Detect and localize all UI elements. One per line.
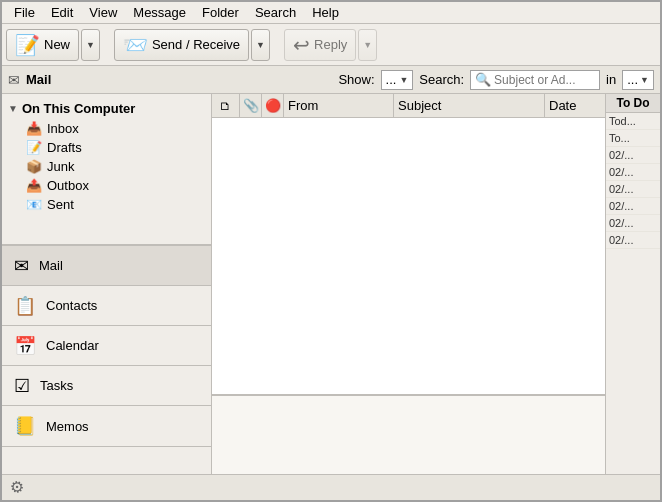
nav-calendar-label: Calendar <box>46 338 99 353</box>
email-table-header: 🗅 📎 🔴 From Subject <box>212 94 605 118</box>
main-window: File Edit View Message Folder Search Hel… <box>0 0 662 502</box>
reply-button[interactable]: ↩ Reply <box>284 29 356 61</box>
todo-item-7[interactable]: 02/... <box>606 232 660 249</box>
sidebar-bottom <box>2 446 211 474</box>
nav-contacts-label: Contacts <box>46 298 97 313</box>
mail-nav-icon: ✉ <box>14 255 29 277</box>
content-area: 🗅 📎 🔴 From Subject <box>212 94 605 474</box>
new-icon: 📝 <box>15 33 40 57</box>
todo-header: To Do <box>606 94 660 113</box>
menubar: File Edit View Message Folder Search Hel… <box>2 2 660 24</box>
tree-item-outbox-label: Outbox <box>47 178 89 193</box>
tree-item-sent[interactable]: 📧 Sent <box>2 195 211 214</box>
nav-mail[interactable]: ✉ Mail <box>2 246 211 286</box>
col-date-header[interactable]: Date <box>545 94 605 117</box>
menu-file[interactable]: File <box>6 3 43 22</box>
reply-icon: ↩ <box>293 33 310 57</box>
col-attach-icon: 📎 <box>240 94 262 117</box>
todo-item-6[interactable]: 02/... <box>606 215 660 232</box>
tree-section-arrow-icon: ▼ <box>8 103 18 114</box>
new-arrow-icon: ▼ <box>86 40 95 50</box>
col-read-icon: 🗅 <box>212 94 240 117</box>
menu-help[interactable]: Help <box>304 3 347 22</box>
sidebar: ▼ On This Computer 📥 Inbox 📝 Drafts 📦 Ju… <box>2 94 212 474</box>
reply-label: Reply <box>314 37 347 52</box>
junk-icon: 📦 <box>26 159 42 174</box>
date-header-label: Date <box>549 98 576 113</box>
reply-arrow-icon: ▼ <box>363 40 372 50</box>
todo-item-1[interactable]: To... <box>606 130 660 147</box>
email-table-body <box>212 118 605 394</box>
todo-item-2[interactable]: 02/... <box>606 147 660 164</box>
outbox-icon: 📤 <box>26 178 42 193</box>
tree-item-junk-label: Junk <box>47 159 74 174</box>
send-receive-dropdown-arrow[interactable]: ▼ <box>251 29 270 61</box>
search-box: 🔍 <box>470 70 600 90</box>
menu-search[interactable]: Search <box>247 3 304 22</box>
sent-icon: 📧 <box>26 197 42 212</box>
col-from-header[interactable]: From <box>284 94 394 117</box>
send-receive-label: Send / Receive <box>152 37 240 52</box>
mail-small-icon: ✉ <box>8 72 20 88</box>
search-input[interactable] <box>494 73 595 87</box>
send-receive-icon: 📨 <box>123 33 148 57</box>
menu-view[interactable]: View <box>81 3 125 22</box>
col-subject-header[interactable]: Subject <box>394 94 545 117</box>
col-priority-icon: 🔴 <box>262 94 284 117</box>
tree-item-drafts[interactable]: 📝 Drafts <box>2 138 211 157</box>
reply-dropdown-arrow[interactable]: ▼ <box>358 29 377 61</box>
in-dropdown[interactable]: ... ▼ <box>622 70 654 90</box>
menu-message[interactable]: Message <box>125 3 194 22</box>
show-value: ... <box>386 72 397 87</box>
nav-calendar[interactable]: 📅 Calendar <box>2 326 211 366</box>
nav-memos-label: Memos <box>46 419 89 434</box>
nav-tasks-label: Tasks <box>40 378 73 393</box>
todo-item-4[interactable]: 02/... <box>606 181 660 198</box>
in-label: in <box>606 72 616 87</box>
show-dropdown[interactable]: ... ▼ <box>381 70 414 90</box>
todo-item-0[interactable]: Tod... <box>606 113 660 130</box>
statusbar: ⚙ <box>2 474 660 500</box>
todo-panel: To Do Tod... To... 02/... 02/... 02/... … <box>605 94 660 474</box>
inbox-icon: 📥 <box>26 121 42 136</box>
menu-folder[interactable]: Folder <box>194 3 247 22</box>
todo-item-3[interactable]: 02/... <box>606 164 660 181</box>
sidebar-tree: ▼ On This Computer 📥 Inbox 📝 Drafts 📦 Ju… <box>2 94 211 244</box>
nav-mail-label: Mail <box>39 258 63 273</box>
subject-header-label: Subject <box>398 98 441 113</box>
new-label: New <box>44 37 70 52</box>
tree-item-inbox[interactable]: 📥 Inbox <box>2 119 211 138</box>
search-label: Search: <box>419 72 464 87</box>
contacts-nav-icon: 📋 <box>14 295 36 317</box>
statusbar-icon: ⚙ <box>5 476 28 499</box>
menu-edit[interactable]: Edit <box>43 3 81 22</box>
tree-section-on-this-computer[interactable]: ▼ On This Computer <box>2 98 211 119</box>
read-column-icon: 🗅 <box>219 98 232 113</box>
search-magnifier-icon: 🔍 <box>475 72 491 87</box>
calendar-nav-icon: 📅 <box>14 335 36 357</box>
in-value: ... <box>627 72 638 87</box>
sidebar-nav: ✉ Mail 📋 Contacts 📅 Calendar ☑ Tasks 📒 <box>2 244 211 446</box>
tree-item-drafts-label: Drafts <box>47 140 82 155</box>
new-button[interactable]: 📝 New <box>6 29 79 61</box>
tree-item-outbox[interactable]: 📤 Outbox <box>2 176 211 195</box>
from-header-label: From <box>288 98 318 113</box>
drafts-icon: 📝 <box>26 140 42 155</box>
nav-memos[interactable]: 📒 Memos <box>2 406 211 446</box>
send-receive-button[interactable]: 📨 Send / Receive <box>114 29 249 61</box>
memos-nav-icon: 📒 <box>14 415 36 437</box>
preview-pane <box>212 394 605 474</box>
nav-contacts[interactable]: 📋 Contacts <box>2 286 211 326</box>
tasks-nav-icon: ☑ <box>14 375 30 397</box>
show-arrow-icon: ▼ <box>399 75 408 85</box>
send-receive-arrow-icon: ▼ <box>256 40 265 50</box>
main-area: ▼ On This Computer 📥 Inbox 📝 Drafts 📦 Ju… <box>2 94 660 474</box>
priority-column-icon: 🔴 <box>265 98 281 113</box>
new-dropdown-arrow[interactable]: ▼ <box>81 29 100 61</box>
todo-item-5[interactable]: 02/... <box>606 198 660 215</box>
show-label: Show: <box>338 72 374 87</box>
tree-item-junk[interactable]: 📦 Junk <box>2 157 211 176</box>
tree-item-inbox-label: Inbox <box>47 121 79 136</box>
nav-tasks[interactable]: ☑ Tasks <box>2 366 211 406</box>
filterbar-controls: Show: ... ▼ Search: 🔍 in ... ▼ <box>338 70 654 90</box>
